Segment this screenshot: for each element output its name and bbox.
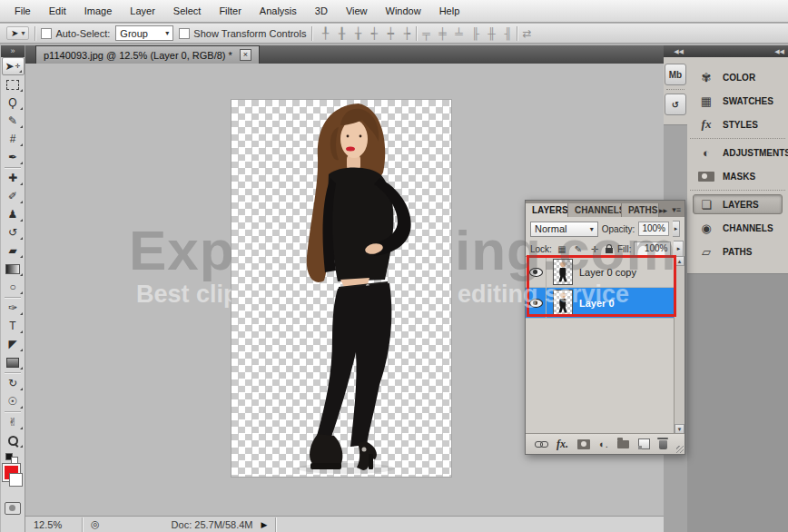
layer-row[interactable]: Layer 0	[526, 288, 675, 319]
checkbox-icon[interactable]	[179, 28, 190, 39]
auto-select-checkbox[interactable]: Auto-Select:	[41, 28, 110, 39]
shape-tool[interactable]	[2, 353, 25, 371]
adjustments-panel-button[interactable]: ◐ADJUSTMENTS	[693, 143, 783, 163]
resize-grip[interactable]	[676, 446, 684, 453]
menu-window[interactable]: Window	[377, 2, 430, 20]
auto-align-layers-icon[interactable]: ⇄	[519, 27, 534, 40]
fill-value[interactable]: 100%	[634, 241, 671, 256]
menu-image[interactable]: Image	[75, 2, 122, 20]
blend-mode-dropdown[interactable]: Normal ▾	[530, 222, 598, 237]
new-layer-icon[interactable]	[638, 438, 650, 449]
show-transform-controls-checkbox[interactable]: Show Transform Controls	[179, 28, 306, 39]
layer-name[interactable]: Layer 0	[579, 298, 615, 309]
dock-collapse-button[interactable]: ◀◀	[687, 45, 788, 57]
distribute-right-edges-icon[interactable]: ╢	[500, 27, 515, 40]
distribute-left-edges-icon[interactable]: ╟	[468, 27, 482, 40]
align-left-edges-icon[interactable]: ┽	[367, 27, 381, 40]
link-layers-icon[interactable]	[535, 440, 547, 448]
lock-position-icon[interactable]: ✛	[589, 244, 600, 254]
tools-panel-collapse-button[interactable]: »	[1, 45, 25, 57]
layer-row[interactable]: Layer 0 copy	[526, 257, 675, 288]
layer-visibility-toggle[interactable]	[526, 257, 547, 287]
opacity-spinner-icon[interactable]: ▸	[673, 221, 680, 237]
eraser-tool[interactable]: ▰	[2, 241, 25, 260]
distribute-bottom-edges-icon[interactable]: ╧	[451, 27, 466, 40]
fill-spinner-icon[interactable]: ▸	[674, 241, 684, 257]
panel-collapse-icon[interactable]: ▶▶	[659, 207, 667, 213]
paths-panel-button[interactable]: ▱PATHS	[693, 241, 783, 261]
quick-mask-button[interactable]	[5, 502, 21, 515]
status-menu-arrow-icon[interactable]: ▶	[261, 520, 267, 529]
canvas[interactable]	[231, 100, 451, 477]
zoom-level-field[interactable]: 12.5%	[34, 519, 74, 530]
spot-healing-brush-tool[interactable]: ✚	[2, 169, 25, 187]
menu-help[interactable]: Help	[430, 2, 469, 20]
eyedropper-tool[interactable]: ✒	[2, 148, 25, 166]
clone-stamp-tool[interactable]: ♟	[2, 205, 25, 223]
channels-panel-button[interactable]: ◉CHANNELS	[693, 218, 783, 238]
scroll-up-icon[interactable]: ▲	[675, 256, 685, 266]
swap-colors-icon[interactable]	[11, 457, 18, 464]
menu-select[interactable]: Select	[164, 2, 211, 20]
layer-thumbnail[interactable]	[553, 290, 573, 316]
hand-tool[interactable]: ✌	[2, 413, 25, 431]
tab-paths[interactable]: PATHS	[622, 203, 659, 217]
crop-tool[interactable]: #	[2, 130, 25, 148]
rectangular-marquee-tool[interactable]	[2, 75, 25, 94]
color-panel-button[interactable]: ✾COLOR	[693, 67, 783, 87]
lock-transparent-pixels-icon[interactable]: ▦	[557, 244, 567, 254]
align-vertical-centers-icon[interactable]: ╂	[334, 27, 349, 40]
checkbox-icon[interactable]	[41, 28, 52, 39]
align-right-edges-icon[interactable]: ┾	[399, 27, 414, 40]
tab-layers[interactable]: LAYERS	[526, 203, 568, 217]
background-color-swatch[interactable]	[9, 473, 23, 487]
mini-bridge-button[interactable]: Mb	[665, 64, 686, 85]
distribute-horizontal-centers-icon[interactable]: ╫	[484, 27, 498, 40]
3d-orbit-tool[interactable]: ☉	[2, 392, 25, 410]
masks-panel-button[interactable]: MASKS	[693, 166, 783, 186]
dock-collapse-button[interactable]: ◀◀	[664, 45, 687, 57]
tab-channels[interactable]: CHANNELS	[568, 203, 622, 217]
pen-tool[interactable]: ✑	[2, 299, 25, 317]
adjustment-layer-icon[interactable]: ◐.	[599, 438, 608, 449]
lock-image-pixels-icon[interactable]: ✎	[573, 244, 584, 254]
history-brush-tool[interactable]: ↺	[2, 223, 25, 241]
layers-panel-button[interactable]: ❏LAYERS	[693, 194, 783, 214]
layer-name[interactable]: Layer 0 copy	[579, 267, 636, 278]
brush-tool[interactable]: ✐	[2, 187, 25, 205]
gradient-tool[interactable]	[2, 260, 25, 278]
align-top-edges-icon[interactable]: ╀	[318, 27, 332, 40]
menu-file[interactable]: File	[5, 2, 40, 20]
menu-view[interactable]: View	[337, 2, 377, 20]
delete-layer-icon[interactable]	[659, 440, 667, 449]
adobe-drive-icon[interactable]: ◎	[91, 518, 100, 530]
align-bottom-edges-icon[interactable]: ╁	[350, 27, 365, 40]
path-selection-tool[interactable]: ◤	[2, 335, 25, 353]
distribute-vertical-centers-icon[interactable]: ╪	[435, 27, 449, 40]
menu-3d[interactable]: 3D	[306, 2, 337, 20]
type-tool[interactable]: T	[2, 317, 25, 335]
align-horizontal-centers-icon[interactable]: ┿	[383, 27, 398, 40]
add-layer-mask-icon[interactable]	[577, 439, 590, 449]
move-tool[interactable]: ➤✛	[2, 57, 25, 75]
close-icon[interactable]: ×	[240, 49, 251, 61]
layers-scrollbar[interactable]: ▲ ▼	[674, 256, 685, 434]
lasso-tool[interactable]: Ϙ	[2, 94, 25, 112]
group-dropdown[interactable]: Group ▾	[115, 25, 173, 41]
quick-selection-tool[interactable]: ✎	[2, 112, 25, 130]
history-panel-button[interactable]: ↺	[665, 94, 686, 115]
tool-preset-picker[interactable]: ➤ ▾	[6, 26, 29, 40]
layer-styles-icon[interactable]: fx.	[557, 438, 568, 451]
document-tab[interactable]: p1140093.jpg @ 12.5% (Layer 0, RGB/8) * …	[35, 45, 260, 64]
new-group-icon[interactable]	[617, 440, 629, 448]
menu-analysis[interactable]: Analysis	[251, 2, 306, 20]
menu-filter[interactable]: Filter	[210, 2, 250, 20]
lock-all-icon[interactable]	[606, 248, 613, 253]
dodge-tool[interactable]: ○	[2, 278, 25, 296]
zoom-tool[interactable]	[2, 431, 25, 449]
panel-menu-icon[interactable]: ▾≡	[672, 205, 681, 214]
menu-layer[interactable]: Layer	[121, 2, 164, 20]
layer-visibility-toggle[interactable]	[526, 288, 547, 318]
menu-edit[interactable]: Edit	[40, 2, 75, 20]
opacity-value[interactable]: 100%	[638, 222, 669, 236]
